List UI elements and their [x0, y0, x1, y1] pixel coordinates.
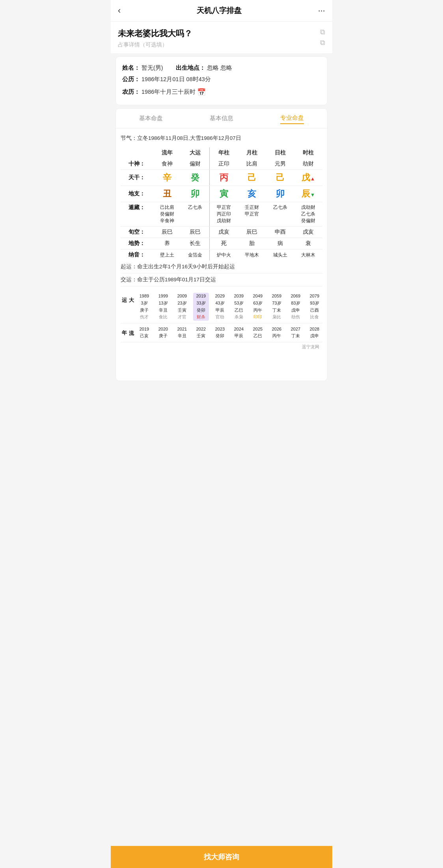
bazi-table: 流年 大运 年柱 月柱 日柱 时柱 十神： 食神 偏财 正印 比肩 元男 劫财 [121, 147, 322, 261]
xunkong-shizhu: 戌亥 [294, 227, 322, 238]
dishui-rizhu: 病 [266, 238, 294, 249]
dayun-cell-3-highlight: 2019 33岁 癸卯 财杀 [193, 293, 209, 320]
dishui-dayun: 长生 [181, 238, 209, 249]
col-liunian: 流年 [153, 147, 181, 158]
tiangan-nianzhu-char: 丙 [220, 173, 228, 182]
tiangan-yuezhu-char: 己 [248, 173, 256, 182]
dizhi-nianzhu: 寅 [210, 186, 238, 202]
dizhi-shizhu-char: 辰 [302, 189, 310, 199]
liuyun-cell-7: 2026 丙午 [269, 326, 285, 340]
birthplace-label: 出生地点： [176, 65, 205, 71]
calendar-icon[interactable]: 📅 [197, 88, 206, 96]
info-card: 姓名： 暂无(男) 出生地点： 忽略 忽略 公历： 1986年12月01日 08… [115, 56, 328, 105]
tiangan-liunian-char: 辛 [163, 173, 171, 182]
tiangan-rizhu: 己 [266, 169, 294, 186]
liuyun-cell-4: 2023 癸卯 [212, 326, 228, 340]
lunar-label: 农历： [122, 89, 140, 95]
dayun-section: 大运 1989 3岁 庚子 伤才 1999 13岁 辛丑 食比 [121, 290, 322, 342]
tiangan-shizhu: 戊▲ [294, 169, 322, 186]
tab-basic-chart[interactable]: 基本命盘 [139, 115, 163, 124]
dayun-cell-7: 2059 73岁 丁未 枭比 [269, 293, 285, 320]
dayun-cell-0: 1989 3岁 庚子 伤才 [136, 293, 152, 320]
canggan-shizhu: 戊劫财乙七杀癸偏财 [294, 202, 322, 227]
nayin-shizhu: 大林木 [294, 249, 322, 261]
dizhi-rizhu: 卯 [266, 186, 294, 202]
solar-label: 公历： [122, 76, 140, 82]
liuyun-cell-0: 2019 己亥 [136, 326, 152, 340]
xunkong-label: 旬空： [121, 227, 153, 238]
qiyun-line: 起运：命主出生2年1个月16天9小时后开始起运 [121, 260, 322, 273]
col-nianzhu: 年柱 [210, 147, 238, 158]
question-title: 未来老婆比我大吗？ [118, 28, 192, 39]
name-value: 暂无(男) [141, 65, 163, 71]
dizhi-liunian: 丑 [153, 186, 181, 202]
tab-basic-info[interactable]: 基本信息 [210, 115, 233, 124]
dayun-cell-4: 2029 43岁 甲辰 官劫 [212, 293, 228, 320]
nayin-rizhu: 城头土 [266, 249, 294, 261]
tiangan-rizhu-char: 己 [276, 173, 285, 182]
canggan-nianzhu: 甲正官丙正印戊劫财 [210, 202, 238, 227]
xunkong-row: 旬空： 辰巳 辰巳 戌亥 辰巳 申酉 戌亥 [121, 227, 322, 238]
tab-bar: 基本命盘 基本信息 专业命盘 [116, 109, 327, 128]
liuyun-cells: 2019 己亥 2020 庚子 2021 辛丑 2022 壬寅 [136, 326, 322, 340]
col-rizhu: 日柱 [266, 147, 294, 158]
nayin-liunian: 壁上土 [153, 249, 181, 261]
liuyun-cell-9: 2028 戊申 [307, 326, 322, 340]
dizhi-row: 地支： 丑 卯 寅 亥 卯 辰▼ [121, 186, 322, 202]
shishen-dayun: 偏财 [181, 158, 209, 170]
dayun-cells: 1989 3岁 庚子 伤才 1999 13岁 辛丑 食比 2009 23岁 [136, 293, 322, 320]
dizhi-label: 地支： [121, 186, 153, 202]
nayin-label: 纳音： [121, 249, 153, 261]
xunkong-yuezhu: 辰巳 [238, 227, 266, 238]
canggan-label: 遁藏： [121, 202, 153, 227]
shishen-label: 十神： [121, 158, 153, 170]
liuyun-cell-3: 2022 壬寅 [193, 326, 209, 340]
more-button[interactable]: ··· [318, 6, 325, 16]
question-detail[interactable]: 占事详情（可选填） [118, 41, 192, 48]
shizhu-arrow-up: ▲ [310, 176, 315, 182]
dishui-liunian: 养 [153, 238, 181, 249]
xunkong-liunian: 辰巳 [153, 227, 181, 238]
dayun-cell-6: 2049 63岁 丙午 印印 [250, 293, 266, 320]
share-icon-2[interactable]: ⧉ [320, 39, 325, 47]
dizhi-yuezhu: 亥 [238, 186, 266, 202]
tiangan-shizhu-char: 戊 [302, 173, 310, 182]
birthplace-value: 忽略 忽略 [207, 65, 232, 71]
liuyun-cell-8: 2027 丁未 [288, 326, 303, 340]
dayun-header-row: 大运 1989 3岁 庚子 伤才 1999 13岁 辛丑 食比 [121, 290, 322, 323]
back-button[interactable]: ‹ [118, 6, 121, 16]
dizhi-dayun: 卯 [181, 186, 209, 202]
tiangan-nianzhu: 丙 [210, 169, 238, 186]
nayin-dayun: 金箔金 [181, 249, 209, 261]
liuyun-cell-1: 2020 庚子 [155, 326, 171, 340]
info-lunar-row: 农历： 1986年十月三十辰时 📅 [122, 85, 321, 99]
tiangan-label: 天干： [121, 169, 153, 186]
tiangan-dayun-char: 癸 [191, 173, 199, 182]
liuyun-row: 流年 2019 己亥 2020 庚子 2021 辛丑 202 [121, 323, 322, 342]
dizhi-nianzhu-char: 寅 [220, 189, 228, 199]
xunkong-dayun: 辰巳 [181, 227, 209, 238]
liuyun-cell-2: 2021 辛丑 [174, 326, 190, 340]
dayun-cell-2: 2009 23岁 壬寅 才官 [174, 293, 190, 320]
empty-label [121, 147, 153, 158]
share-icon-1[interactable]: ⧉ [320, 28, 325, 36]
nayin-yuezhu: 平地木 [238, 249, 266, 261]
dishui-nianzhu: 死 [210, 238, 238, 249]
dayun-cell-5: 2039 53岁 乙巳 杀枭 [231, 293, 247, 320]
canggan-liunian: 己比肩癸偏财辛食神 [153, 202, 181, 227]
jieqi-line: 节气：立冬1986年11月08日,大雪1986年12月07日 [121, 134, 322, 143]
dizhi-yuezhu-char: 亥 [248, 189, 256, 199]
tab-pro-chart[interactable]: 专业命盘 [280, 114, 304, 124]
canggan-rizhu: 乙七杀 [266, 202, 294, 227]
question-section: 未来老婆比我大吗？ 占事详情（可选填） ⧉ ⧉ [111, 22, 332, 53]
watermark: 遥宁龙网 [121, 342, 322, 351]
dayun-cell-9: 2079 93岁 己酉 比食 [307, 293, 322, 320]
liuyun-cell-6: 2025 乙巳 [250, 326, 266, 340]
name-label: 姓名： [122, 65, 140, 71]
dishui-row: 地势： 养 长生 死 胎 病 衰 [121, 238, 322, 249]
bottom-spacer [121, 351, 322, 375]
tiangan-liunian: 辛 [153, 169, 181, 186]
shishen-shizhu: 劫财 [294, 158, 322, 170]
lunar-value: 1986年十月三十辰时 [141, 89, 195, 95]
dizhi-dayun-char: 卯 [191, 189, 199, 199]
